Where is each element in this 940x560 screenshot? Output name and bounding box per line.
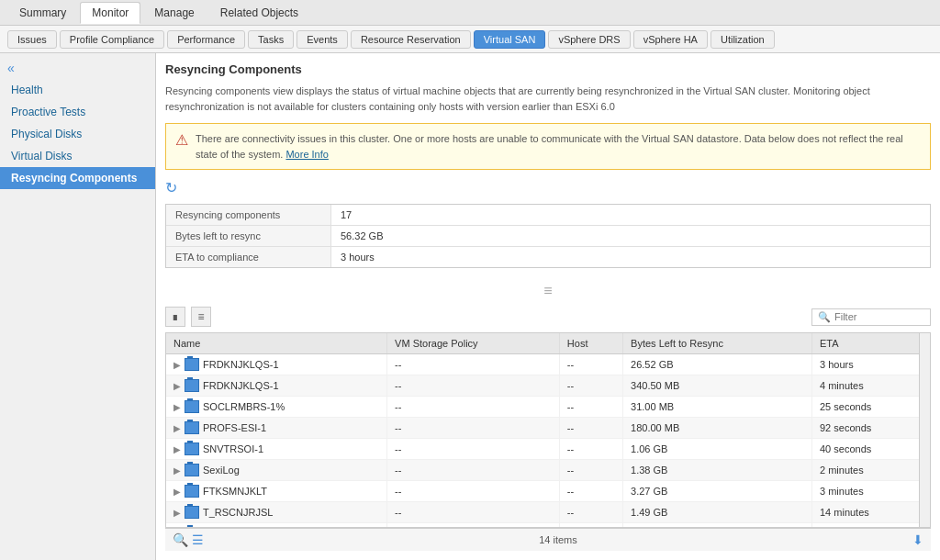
tab-performance[interactable]: Performance bbox=[167, 30, 245, 49]
row-vm-policy: -- bbox=[387, 439, 560, 460]
filter-box: 🔍 ▼ bbox=[811, 308, 931, 326]
tab-related-objects[interactable]: Related Objects bbox=[208, 2, 310, 23]
tab-utilization[interactable]: Utilization bbox=[711, 30, 775, 49]
filter-input[interactable] bbox=[834, 311, 940, 322]
toolbar-left: ∎ ≡ bbox=[165, 307, 211, 327]
sidebar-item-virtual-disks[interactable]: Virtual Disks bbox=[0, 145, 155, 167]
row-vm-policy: -- bbox=[387, 397, 560, 418]
row-name-cell: ▶ SexiLog bbox=[166, 460, 387, 481]
table-row: ▶ SexiLog -- -- 1.38 GB 2 minutes bbox=[166, 460, 930, 481]
vm-icon bbox=[185, 379, 199, 392]
tab-resource-reservation[interactable]: Resource Reservation bbox=[351, 30, 471, 49]
refresh-button[interactable]: ↻ bbox=[165, 179, 931, 196]
second-navigation: Issues Profile Compliance Performance Ta… bbox=[0, 26, 940, 53]
sidebar: « Health Proactive Tests Physical Disks … bbox=[0, 53, 156, 560]
vm-icon bbox=[185, 358, 199, 371]
warning-icon: ⚠ bbox=[175, 131, 188, 149]
tab-events[interactable]: Events bbox=[297, 30, 348, 49]
row-expander[interactable]: ▶ bbox=[173, 465, 181, 476]
row-bytes: 1.49 GB bbox=[623, 502, 812, 523]
row-eta: 25 seconds bbox=[811, 397, 929, 418]
main-layout: « Health Proactive Tests Physical Disks … bbox=[0, 53, 940, 560]
tab-manage[interactable]: Manage bbox=[142, 2, 206, 23]
collapse-all-button[interactable]: ∎ bbox=[165, 307, 185, 327]
sidebar-toggle[interactable]: « bbox=[0, 57, 155, 79]
col-header-bytes[interactable]: Bytes Left to Resync bbox=[623, 333, 812, 354]
table-row: ▶ FRDKNJKLQS-1 -- -- 340.50 MB 4 minutes bbox=[166, 375, 930, 397]
row-name: SNVTRSOI-1 bbox=[203, 443, 263, 454]
vm-icon bbox=[185, 442, 199, 455]
row-expander[interactable]: ▶ bbox=[173, 402, 181, 412]
tab-virtual-san[interactable]: Virtual SAN bbox=[474, 30, 546, 49]
vm-icon bbox=[185, 485, 199, 498]
sidebar-item-health[interactable]: Health bbox=[0, 79, 155, 101]
row-host: -- bbox=[559, 523, 622, 529]
tab-issues[interactable]: Issues bbox=[7, 30, 57, 49]
row-bytes: 3.27 GB bbox=[623, 481, 812, 502]
table-row: ▶ FVTRSIO -- -- 6.12 GB 53 minutes bbox=[166, 523, 930, 529]
row-vm-policy: -- bbox=[387, 523, 560, 529]
table-header-row: Name VM Storage Policy Host Bytes Left t… bbox=[166, 333, 930, 354]
divider: ≡ bbox=[165, 283, 931, 299]
footer-actions: ⬇ bbox=[912, 532, 923, 547]
col-header-vm-policy[interactable]: VM Storage Policy bbox=[387, 333, 560, 354]
sidebar-item-proactive-tests[interactable]: Proactive Tests bbox=[0, 101, 155, 123]
col-header-eta[interactable]: ETA bbox=[811, 333, 929, 354]
row-vm-policy: -- bbox=[387, 502, 560, 523]
stats-label-resyncing: Resyncing components bbox=[166, 205, 331, 225]
table-row: ▶ SOCLRMBRS-1% -- -- 31.00 MB 25 seconds bbox=[166, 397, 930, 418]
row-eta: 40 seconds bbox=[811, 439, 929, 460]
export-icon[interactable]: ⬇ bbox=[912, 532, 923, 547]
scrollbar[interactable] bbox=[919, 333, 930, 527]
stats-label-eta: ETA to compliance bbox=[166, 247, 331, 267]
page-description: Resyncing components view displays the s… bbox=[165, 84, 931, 114]
tab-tasks[interactable]: Tasks bbox=[248, 30, 294, 49]
sidebar-item-physical-disks[interactable]: Physical Disks bbox=[0, 123, 155, 145]
row-expander[interactable]: ▶ bbox=[173, 508, 181, 518]
stats-value-eta: 3 hours bbox=[331, 247, 384, 267]
row-eta: 3 minutes bbox=[811, 481, 929, 502]
row-bytes: 340.50 MB bbox=[623, 375, 812, 397]
tab-monitor[interactable]: Monitor bbox=[80, 2, 140, 24]
tab-profile-compliance[interactable]: Profile Compliance bbox=[60, 30, 164, 49]
row-expander[interactable]: ▶ bbox=[173, 444, 181, 454]
stats-row-resyncing: Resyncing components 17 bbox=[166, 205, 930, 226]
vm-icon bbox=[185, 527, 199, 528]
row-expander[interactable]: ▶ bbox=[173, 381, 181, 391]
tab-vsphere-ha[interactable]: vSphere HA bbox=[633, 30, 708, 49]
row-expander[interactable]: ▶ bbox=[173, 487, 181, 497]
row-name-cell: ▶ FTKSMNJKLT bbox=[166, 481, 387, 502]
list-view-button[interactable]: ≡ bbox=[191, 307, 211, 327]
row-expander[interactable]: ▶ bbox=[173, 360, 181, 370]
warning-box: ⚠ There are connectivity issues in this … bbox=[165, 123, 931, 170]
row-expander[interactable]: ▶ bbox=[173, 423, 181, 433]
stats-row-bytes: Bytes left to resync 56.32 GB bbox=[166, 226, 930, 247]
more-info-link[interactable]: More Info bbox=[285, 149, 328, 160]
vm-icon bbox=[185, 506, 199, 519]
table-toolbar: ∎ ≡ 🔍 ▼ bbox=[165, 307, 931, 327]
col-header-name[interactable]: Name bbox=[166, 333, 387, 354]
row-vm-policy: -- bbox=[387, 418, 560, 439]
row-bytes: 1.38 GB bbox=[623, 460, 812, 481]
top-navigation: Summary Monitor Manage Related Objects bbox=[0, 0, 940, 26]
row-eta: 4 minutes bbox=[811, 375, 929, 397]
tab-summary[interactable]: Summary bbox=[7, 2, 78, 23]
table-row: ▶ T_RSCNJRJSL -- -- 1.49 GB 14 minutes bbox=[166, 502, 930, 523]
footer-icon-search[interactable]: 🔍 bbox=[173, 532, 188, 547]
row-bytes: 31.00 MB bbox=[623, 397, 812, 418]
table-row: ▶ SNVTRSOI-1 -- -- 1.06 GB 40 seconds bbox=[166, 439, 930, 460]
row-host: -- bbox=[559, 354, 622, 375]
footer-icons: 🔍 ☰ bbox=[173, 532, 204, 547]
row-eta: 14 minutes bbox=[811, 502, 929, 523]
row-name: T_RSCNJRJSL bbox=[203, 507, 273, 518]
table-row: ▶ PROFS-ESI-1 -- -- 180.00 MB 92 seconds bbox=[166, 418, 930, 439]
tab-vsphere-drs[interactable]: vSphere DRS bbox=[548, 30, 630, 49]
content-area: Resyncing Components Resyncing component… bbox=[156, 53, 940, 560]
vm-icon bbox=[185, 400, 199, 413]
footer-icon-list[interactable]: ☰ bbox=[192, 532, 204, 547]
row-name-cell: ▶ SOCLRMBRS-1% bbox=[166, 397, 387, 418]
row-name: SOCLRMBRS-1% bbox=[203, 401, 285, 412]
sidebar-item-resyncing-components[interactable]: Resyncing Components bbox=[0, 167, 155, 189]
col-header-host[interactable]: Host bbox=[559, 333, 622, 354]
search-icon: 🔍 bbox=[818, 311, 831, 323]
